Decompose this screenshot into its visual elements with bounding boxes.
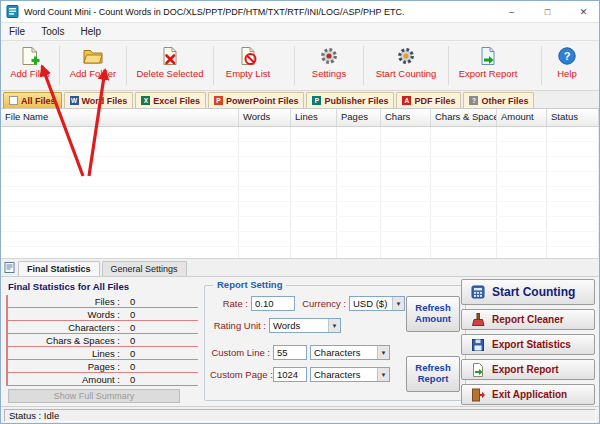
custom-page-unit-select[interactable]: Characters ▼ [310, 367, 390, 382]
final-statistics-panel: Final Statistics for All Files Files : 0… [6, 280, 198, 403]
column-header-words[interactable]: Words [239, 109, 291, 126]
tab-powerpoint-files[interactable]: P PowerPoint Files [208, 92, 305, 108]
tab-label: Word Files [82, 96, 128, 106]
toolbar-label: Delete Selected [136, 68, 203, 79]
action-label: Report Cleaner [492, 314, 564, 325]
word-icon: W [70, 96, 79, 105]
rating-unit-label: Rating Unit : [210, 320, 266, 331]
toolbar-label: Add Folder [70, 68, 116, 79]
pdf-icon: A [402, 96, 411, 105]
help-icon: ? [557, 46, 577, 66]
custom-line-unit-value: Characters [314, 347, 360, 358]
tab-label: Other Files [481, 96, 528, 106]
file-list-column [337, 127, 381, 258]
add-files-button[interactable]: Add Files [3, 43, 57, 88]
stat-value: 0 [130, 309, 135, 320]
column-header-lines[interactable]: Lines [291, 109, 337, 126]
powerpoint-icon: P [214, 96, 223, 105]
file-list-column [239, 127, 291, 258]
menu-file[interactable]: File [1, 23, 33, 40]
tab-word-files[interactable]: W Word Files [64, 92, 134, 108]
stat-value: 0 [130, 335, 135, 346]
menu-help[interactable]: Help [72, 23, 109, 40]
tab-other-files[interactable]: ? Other Files [463, 92, 534, 108]
custom-page-label: Custom Page : [210, 369, 270, 380]
refresh-amount-button[interactable]: Refresh Amount [406, 296, 460, 332]
custom-line-label: Custom Line : [210, 347, 270, 358]
tab-label: PowerPoint Files [226, 96, 299, 106]
toolbar-separator [59, 46, 60, 85]
tab-excel-files[interactable]: X Excel Files [135, 92, 206, 108]
custom-page-input[interactable]: 1024 [273, 367, 307, 382]
chevron-down-icon: ▼ [377, 346, 389, 359]
settings-icon [319, 46, 339, 66]
bottom-tabs: Final Statistics General Settings [1, 259, 599, 276]
refresh-report-button[interactable]: Refresh Report [406, 356, 460, 392]
rating-unit-select[interactable]: Words ▼ [269, 318, 341, 333]
stat-row-amount: Amount : 0 [6, 373, 198, 386]
calculator-icon [471, 285, 485, 299]
stat-label: Characters : [10, 322, 120, 333]
title-bar: Word Count Mini - Count Words in DOC/XLS… [1, 1, 599, 23]
excel-icon: X [141, 96, 150, 105]
tab-final-statistics[interactable]: Final Statistics [18, 261, 100, 276]
file-list-column [381, 127, 431, 258]
menu-tools[interactable]: Tools [33, 23, 72, 40]
column-header-amount[interactable]: Amount [497, 109, 547, 126]
empty-list-button[interactable]: Empty List [216, 43, 280, 88]
toolbar-separator [294, 46, 295, 85]
stat-row-chars-spaces: Chars & Spaces : 0 [6, 334, 198, 347]
rating-unit-value: Words [273, 320, 300, 331]
start-counting-toolbar-button[interactable]: Start Counting [366, 43, 446, 88]
export-statistics-button[interactable]: Export Statistics [461, 334, 595, 355]
show-full-summary-button[interactable]: Show Full Summary [8, 389, 180, 403]
delete-selected-button[interactable]: Delete Selected [129, 43, 211, 88]
start-counting-button[interactable]: Start Counting [461, 279, 595, 305]
tab-general-settings[interactable]: General Settings [102, 261, 187, 276]
toolbar-label: Empty List [226, 68, 270, 79]
column-header-pages[interactable]: Pages [337, 109, 381, 126]
settings-button[interactable]: Settings [297, 43, 361, 88]
exit-application-button[interactable]: Exit Application [461, 384, 595, 405]
column-header-file-name[interactable]: File Name [1, 109, 239, 126]
custom-line-unit-select[interactable]: Characters ▼ [310, 345, 390, 360]
file-list-column [431, 127, 497, 258]
toolbar-separator [541, 46, 542, 85]
column-header-chars[interactable]: Chars [381, 109, 431, 126]
tab-publisher-files[interactable]: P Publisher Files [306, 92, 394, 108]
custom-page-unit-value: Characters [314, 369, 360, 380]
empty-list-icon [238, 46, 258, 66]
stat-value: 0 [130, 374, 135, 385]
delete-selected-icon [160, 46, 180, 66]
export-report-button[interactable]: Export Report [461, 359, 595, 380]
minimize-button[interactable]: – [496, 1, 527, 22]
maximize-button[interactable]: □ [532, 1, 563, 22]
stat-row-files: Files : 0 [6, 295, 198, 308]
file-list-body[interactable] [1, 127, 599, 258]
stat-label: Amount : [10, 374, 120, 385]
help-button[interactable]: ? Help [544, 43, 590, 88]
currency-select[interactable]: USD ($) ▼ [349, 296, 405, 311]
tab-label: Excel Files [153, 96, 200, 106]
tab-all-files[interactable]: All Files [3, 92, 62, 108]
toolbar-label: Help [557, 68, 577, 79]
custom-line-input[interactable]: 55 [273, 345, 307, 360]
app-window: Word Count Mini - Count Words in DOC/XLS… [0, 0, 600, 424]
rate-input[interactable]: 0.10 [251, 296, 295, 311]
add-folder-icon [83, 46, 103, 66]
tab-label: PDF Files [414, 96, 455, 106]
close-button[interactable]: ✕ [568, 1, 599, 22]
column-header-chars-spaces[interactable]: Chars & Spaces [431, 109, 497, 126]
column-header-status[interactable]: Status [547, 109, 599, 126]
report-cleaner-button[interactable]: Report Cleaner [461, 309, 595, 330]
tab-pdf-files[interactable]: A PDF Files [396, 92, 461, 108]
file-list-column [291, 127, 337, 258]
stat-value: 0 [130, 322, 135, 333]
export-report-toolbar-button[interactable]: Export Report [451, 43, 525, 88]
stat-row-words: Words : 0 [6, 308, 198, 321]
final-statistics-title: Final Statistics for All Files [8, 281, 198, 292]
toolbar-separator [213, 46, 214, 85]
app-icon [6, 5, 19, 18]
add-folder-button[interactable]: Add Folder [62, 43, 124, 88]
action-label: Export Statistics [492, 339, 571, 350]
